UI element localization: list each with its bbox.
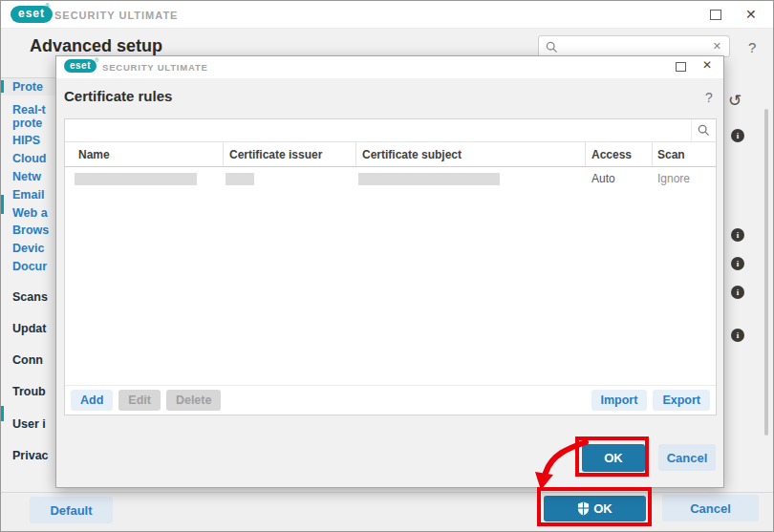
sidebar-item-update[interactable]: Updat bbox=[12, 322, 46, 335]
table-footer: Add Edit Delete Import Export bbox=[65, 385, 716, 415]
table-search-button[interactable] bbox=[691, 119, 716, 141]
table-filter-row bbox=[65, 119, 716, 142]
info-glyph: i bbox=[737, 330, 740, 340]
info-glyph: i bbox=[737, 259, 740, 268]
table-empty-area bbox=[65, 190, 716, 385]
sidebar-item-device[interactable]: Devic bbox=[12, 242, 44, 255]
cancel-button-dialog[interactable]: Cancel bbox=[658, 444, 716, 471]
info-icon[interactable]: i bbox=[731, 329, 744, 342]
sidebar-item-connectivity[interactable]: Conn bbox=[12, 353, 43, 367]
info-glyph: i bbox=[737, 131, 740, 140]
certificate-rules-table: Name Certificate issuer Certificate subj… bbox=[64, 118, 717, 415]
sidebar-item-hips[interactable]: HIPS bbox=[12, 134, 40, 147]
info-glyph: i bbox=[737, 287, 740, 297]
table-filter-input[interactable] bbox=[65, 119, 691, 141]
info-glyph: i bbox=[737, 230, 740, 240]
info-icon[interactable]: i bbox=[731, 257, 744, 270]
sidebar-item-protections[interactable]: Prote bbox=[12, 80, 43, 94]
redacted-value bbox=[75, 173, 197, 185]
sidebar-item-scans[interactable]: Scans bbox=[12, 290, 48, 304]
annotation-highlight-main-ok bbox=[537, 487, 652, 526]
sidebar-item-web[interactable]: Web a bbox=[12, 206, 48, 220]
main-titlebar: eset ® SECURITY ULTIMATE ✕ bbox=[1, 1, 773, 29]
add-button[interactable]: Add bbox=[71, 390, 113, 411]
dialog-close-icon[interactable]: ✕ bbox=[702, 58, 712, 72]
cancel-button-main[interactable]: Cancel bbox=[662, 495, 759, 521]
sidebar-item-realtime[interactable]: Real-t bbox=[12, 103, 46, 117]
redacted-value bbox=[226, 173, 254, 185]
search-box[interactable]: ✕ bbox=[538, 35, 730, 57]
close-icon[interactable]: ✕ bbox=[745, 6, 757, 23]
table-row[interactable]: Auto Ignore bbox=[65, 167, 716, 190]
column-header-certificate-subject[interactable]: Certificate subject bbox=[356, 142, 586, 166]
column-header-name[interactable]: Name bbox=[65, 142, 224, 166]
cell-scan: Ignore bbox=[653, 167, 716, 190]
dialog-brand-text: SECURITY ULTIMATE bbox=[102, 62, 208, 73]
cell-certificate-issuer bbox=[224, 167, 356, 190]
default-button[interactable]: Default bbox=[30, 497, 113, 523]
info-icon[interactable]: i bbox=[731, 286, 744, 299]
sidebar-marker bbox=[1, 406, 4, 421]
column-header-access[interactable]: Access bbox=[586, 142, 653, 166]
sidebar-marker bbox=[1, 195, 4, 214]
dialog-help-icon[interactable]: ? bbox=[705, 90, 713, 105]
export-button[interactable]: Export bbox=[653, 390, 710, 411]
info-icon[interactable]: i bbox=[731, 129, 744, 142]
registered-mark: ® bbox=[95, 57, 98, 63]
edit-button: Edit bbox=[118, 390, 161, 411]
sidebar-marker bbox=[1, 80, 4, 93]
registered-mark: ® bbox=[45, 3, 50, 10]
cell-name bbox=[65, 167, 224, 190]
brand-text: SECURITY ULTIMATE bbox=[54, 10, 178, 21]
sidebar-item-cloud[interactable]: Cloud bbox=[12, 152, 46, 165]
redacted-value bbox=[358, 173, 500, 185]
sidebar-item-realtime-line2[interactable]: prote bbox=[12, 117, 42, 130]
help-icon[interactable]: ? bbox=[748, 39, 756, 55]
dialog-maximize-icon[interactable] bbox=[676, 62, 686, 72]
undo-icon[interactable]: ↺ bbox=[728, 91, 742, 111]
bottom-bar bbox=[1, 492, 773, 532]
clear-search-icon[interactable]: ✕ bbox=[713, 40, 721, 53]
search-input[interactable] bbox=[562, 37, 705, 55]
sidebar-item-browser[interactable]: Brows bbox=[12, 223, 49, 237]
page-title: Advanced setup bbox=[30, 36, 162, 56]
dialog-title: Certificate rules bbox=[64, 88, 172, 104]
column-header-scan[interactable]: Scan bbox=[653, 142, 716, 166]
scrollbar[interactable] bbox=[764, 109, 768, 436]
import-button[interactable]: Import bbox=[591, 390, 648, 411]
search-icon bbox=[698, 124, 710, 137]
sidebar-item-privacy[interactable]: Privac bbox=[12, 449, 49, 462]
search-icon bbox=[546, 41, 558, 53]
certificate-rules-dialog: eset ® SECURITY ULTIMATE ✕ Certificate r… bbox=[55, 55, 724, 488]
cell-certificate-subject bbox=[356, 167, 586, 190]
dialog-titlebar: eset ® SECURITY ULTIMATE ✕ bbox=[56, 56, 723, 78]
eset-logo: eset bbox=[64, 59, 97, 73]
delete-button: Delete bbox=[166, 390, 222, 411]
main-window: eset ® SECURITY ULTIMATE ✕ Advanced setu… bbox=[0, 0, 774, 532]
annotation-arrow bbox=[525, 433, 593, 492]
info-icon[interactable]: i bbox=[731, 228, 744, 242]
sidebar-item-network[interactable]: Netw bbox=[12, 170, 41, 183]
sidebar-item-troubleshooting[interactable]: Troub bbox=[12, 385, 46, 398]
cell-access: Auto bbox=[586, 167, 653, 190]
column-header-certificate-issuer[interactable]: Certificate issuer bbox=[224, 142, 356, 166]
sidebar-item-email[interactable]: Email bbox=[12, 188, 44, 202]
sidebar-item-user-interface[interactable]: User i bbox=[12, 417, 46, 431]
maximize-icon[interactable] bbox=[710, 10, 721, 20]
sidebar-item-document[interactable]: Docur bbox=[12, 260, 47, 273]
table-header-row: Name Certificate issuer Certificate subj… bbox=[65, 142, 716, 167]
